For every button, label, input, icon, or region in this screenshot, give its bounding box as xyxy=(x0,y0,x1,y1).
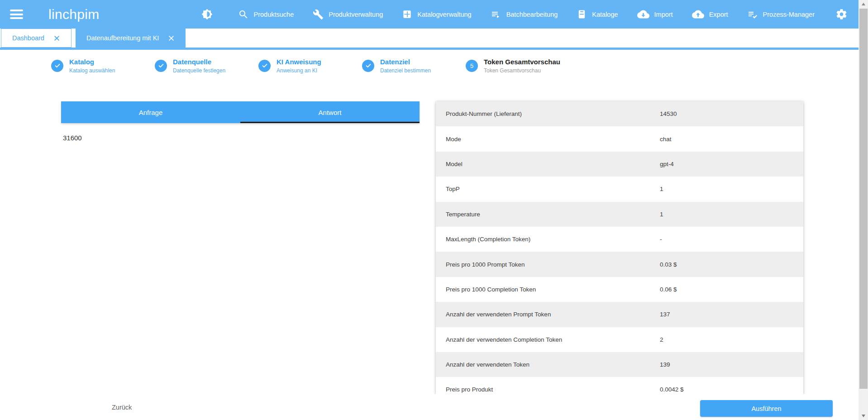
row-label: Temperature xyxy=(436,211,660,218)
wizard-stepper: Katalog Katalog auswählen Datenquelle Da… xyxy=(0,50,560,81)
step-title: Token Gesamtvorschau xyxy=(484,58,560,66)
nav-item-import[interactable]: Import xyxy=(637,8,673,20)
nav-item-prozess-manager[interactable]: Prozess-Manager xyxy=(747,9,815,20)
list-check-icon xyxy=(747,9,758,20)
step-subtitle: Datenziel bestimmen xyxy=(380,67,431,74)
table-row: Anzahl der verwendeten Token 139 xyxy=(436,352,803,377)
tab-dashboard[interactable]: Dashboard xyxy=(1,29,72,48)
nav-item-produktsuche[interactable]: Produktsuche xyxy=(238,9,294,20)
step-title: Datenquelle xyxy=(173,58,225,66)
row-value: 2 xyxy=(660,336,663,343)
tab-label: Dashboard xyxy=(12,34,44,42)
row-label: Mode xyxy=(436,136,660,143)
nav-item-kataloge[interactable]: Kataloge xyxy=(577,9,618,19)
row-label: Produkt-Nummer (Lieferant) xyxy=(436,110,660,117)
row-label: Anzahl der verwendeten Token xyxy=(436,361,660,368)
page-scrollbar[interactable] xyxy=(858,0,868,420)
back-button[interactable]: Zurück xyxy=(101,399,142,415)
close-icon[interactable] xyxy=(53,35,60,42)
preview-content: 31600 xyxy=(61,123,420,153)
row-label: Anzahl der verwendeten Completion Token xyxy=(436,336,660,343)
nav-item-batchbearbeitung[interactable]: Batchbearbeitung xyxy=(491,9,558,20)
menu-icon[interactable] xyxy=(10,8,23,21)
document-tab-strip: Dashboard Datenaufbereitung mit KI xyxy=(0,29,858,48)
tab-antwort[interactable]: Antwort xyxy=(240,101,420,123)
main-nav: Produktsuche Produktverwaltung Katalogve… xyxy=(201,8,858,20)
row-value: chat xyxy=(660,136,672,143)
tab-anfrage[interactable]: Anfrage xyxy=(61,101,240,123)
step-datenziel[interactable]: Datenziel Datenziel bestimmen xyxy=(362,58,466,74)
step-token-gesamtvorschau[interactable]: 5 Token Gesamtvorschau Token Gesamtvorsc… xyxy=(466,58,560,74)
table-row: Anzahl der verwendeten Completion Token … xyxy=(436,327,803,352)
nav-label: Prozess-Manager xyxy=(763,11,815,18)
run-button[interactable]: Ausführen xyxy=(700,400,833,417)
settings-gear-icon[interactable] xyxy=(835,8,848,20)
table-row: Mode chat xyxy=(436,126,803,151)
step-title: KI Anweisung xyxy=(277,58,321,66)
preview-panel-tabs: Anfrage Antwort xyxy=(61,101,420,123)
step-ki-anweisung[interactable]: KI Anweisung Anweisung an KI xyxy=(258,58,362,74)
scroll-up-arrow-icon[interactable] xyxy=(858,0,868,8)
nav-label: Import xyxy=(654,11,673,18)
row-value: 1 xyxy=(660,186,663,192)
app-bar: linchpim Produktsuche Produktverwaltung xyxy=(0,0,858,29)
table-row: Preis pro 1000 Prompt Token 0.03 $ xyxy=(436,252,803,277)
tab-label: Datenaufbereitung mit KI xyxy=(86,34,159,42)
step-number-badge: 5 xyxy=(466,60,478,72)
row-value: 0.03 $ xyxy=(660,261,677,268)
nav-label: Katalogverwaltung xyxy=(417,11,471,18)
row-value: 0.0042 $ xyxy=(660,386,684,393)
step-subtitle: Token Gesamtvorschau xyxy=(484,67,560,74)
row-label: MaxLength (Completion Token) xyxy=(436,236,660,243)
table-row: Temperature 1 xyxy=(436,202,803,227)
check-icon xyxy=(362,60,374,72)
tab-label: Antwort xyxy=(319,109,342,116)
scrollbar-thumb[interactable] xyxy=(859,9,868,389)
scroll-down-arrow-icon[interactable] xyxy=(858,412,868,420)
batch-list-icon xyxy=(491,9,501,20)
table-row: Preis pro 1000 Completion Token 0.06 $ xyxy=(436,277,803,302)
tab-label: Anfrage xyxy=(139,109,163,116)
step-subtitle: Anweisung an KI xyxy=(277,67,321,74)
brightness-icon[interactable] xyxy=(201,9,213,20)
nav-label: Produktsuche xyxy=(254,11,294,18)
step-subtitle: Katalog auswählen xyxy=(69,67,115,74)
active-tab-indicator xyxy=(240,122,420,123)
wrench-icon xyxy=(313,9,324,20)
row-label: Preis pro 1000 Completion Token xyxy=(436,286,660,293)
table-row: Preis pro Produkt 0.0042 $ xyxy=(436,377,803,394)
row-value: 0.06 $ xyxy=(660,286,677,293)
row-label: Preis pro Produkt xyxy=(436,386,660,393)
preview-panel: Anfrage Antwort 31600 xyxy=(61,101,420,153)
nav-item-katalogverwaltung[interactable]: Katalogverwaltung xyxy=(402,9,471,19)
step-datenquelle[interactable]: Datenquelle Datenquelle festlegen xyxy=(155,58,258,74)
nav-label: Batchbearbeitung xyxy=(506,11,558,18)
step-subtitle: Datenquelle festlegen xyxy=(173,67,225,74)
row-value: 14530 xyxy=(660,110,677,117)
close-icon[interactable] xyxy=(168,35,175,42)
row-label: Preis pro 1000 Prompt Token xyxy=(436,261,660,268)
row-label: Model xyxy=(436,161,660,167)
app-logo[interactable]: linchpim xyxy=(48,7,99,22)
cloud-download-icon xyxy=(637,8,649,20)
nav-item-produktverwaltung[interactable]: Produktverwaltung xyxy=(313,9,383,20)
row-label: TopP xyxy=(436,186,660,192)
table-row: TopP 1 xyxy=(436,177,803,201)
tab-datenaufbereitung-mit-ki[interactable]: Datenaufbereitung mit KI xyxy=(76,29,186,48)
nav-label: Export xyxy=(709,11,728,18)
app-window: linchpim Produktsuche Produktverwaltung xyxy=(0,0,858,420)
table-row: Anzahl der verwendeten Prompt Token 137 xyxy=(436,302,803,327)
row-value: gpt-4 xyxy=(660,161,674,167)
row-value: 137 xyxy=(660,311,670,318)
check-icon xyxy=(258,60,271,72)
step-katalog[interactable]: Katalog Katalog auswählen xyxy=(51,58,155,74)
step-title: Katalog xyxy=(69,58,115,66)
row-value: 139 xyxy=(660,361,670,368)
catalog-book-icon xyxy=(577,9,587,19)
table-row: Produkt-Nummer (Lieferant) 14530 xyxy=(436,101,803,126)
cloud-upload-icon xyxy=(692,8,704,20)
nav-item-export[interactable]: Export xyxy=(692,8,728,20)
row-label: Anzahl der verwendeten Prompt Token xyxy=(436,311,660,318)
row-value: 1 xyxy=(660,211,663,218)
table-row: MaxLength (Completion Token) - xyxy=(436,227,803,252)
